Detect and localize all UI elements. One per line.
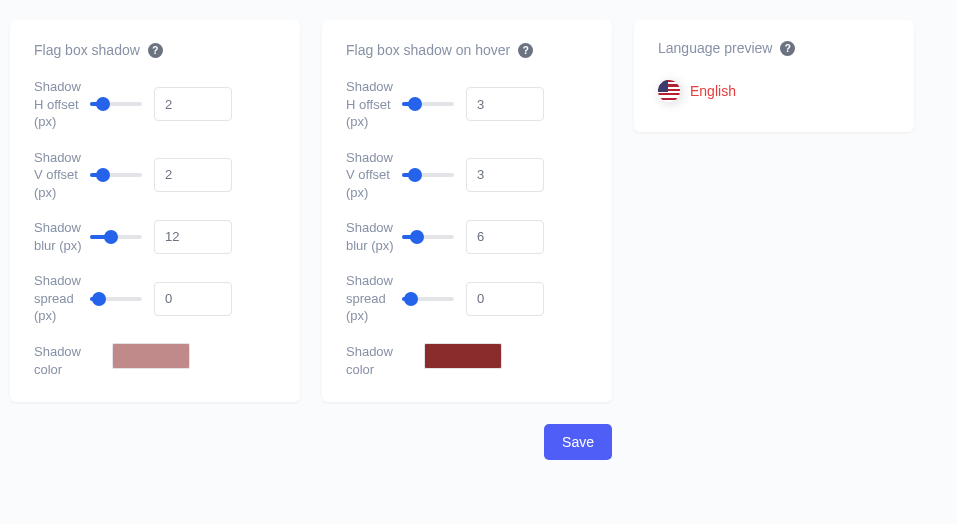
color-swatch[interactable] bbox=[424, 343, 502, 369]
h-offset-slider[interactable] bbox=[402, 101, 454, 107]
blur-input[interactable] bbox=[154, 220, 232, 254]
card-title: Flag box shadow on hover ? bbox=[346, 42, 588, 58]
color-row: Shadow color bbox=[346, 343, 588, 378]
spread-label: Shadow spread (px) bbox=[34, 272, 82, 325]
spread-row: Shadow spread (px) bbox=[34, 272, 276, 325]
v-offset-slider-wrap bbox=[90, 172, 146, 178]
blur-slider-wrap bbox=[402, 234, 458, 240]
blur-row: Shadow blur (px) bbox=[346, 219, 588, 254]
us-flag-icon bbox=[658, 80, 680, 102]
spread-slider-wrap bbox=[90, 296, 146, 302]
v-offset-row: Shadow V offset (px) bbox=[34, 149, 276, 202]
card-title: Flag box shadow ? bbox=[34, 42, 276, 58]
blur-slider-wrap bbox=[90, 234, 146, 240]
h-offset-input[interactable] bbox=[154, 87, 232, 121]
v-offset-input[interactable] bbox=[466, 158, 544, 192]
spread-input[interactable] bbox=[466, 282, 544, 316]
v-offset-row: Shadow V offset (px) bbox=[346, 149, 588, 202]
v-offset-input[interactable] bbox=[154, 158, 232, 192]
help-icon[interactable]: ? bbox=[148, 43, 163, 58]
spread-slider[interactable] bbox=[90, 296, 142, 302]
h-offset-row: Shadow H offset (px) bbox=[34, 78, 276, 131]
save-row: Save bbox=[10, 424, 612, 460]
v-offset-slider[interactable] bbox=[90, 172, 142, 178]
blur-label: Shadow blur (px) bbox=[34, 219, 82, 254]
h-offset-input[interactable] bbox=[466, 87, 544, 121]
preview-flag-row: English bbox=[658, 80, 890, 102]
blur-row: Shadow blur (px) bbox=[34, 219, 276, 254]
flag-shadow-hover-card: Flag box shadow on hover ? Shadow H offs… bbox=[322, 20, 612, 402]
color-label: Shadow color bbox=[34, 343, 82, 378]
help-icon[interactable]: ? bbox=[780, 41, 795, 56]
h-offset-label: Shadow H offset (px) bbox=[34, 78, 82, 131]
spread-slider-wrap bbox=[402, 296, 458, 302]
card-title-text: Language preview bbox=[658, 40, 772, 56]
blur-slider[interactable] bbox=[90, 234, 142, 240]
v-offset-label: Shadow V offset (px) bbox=[346, 149, 394, 202]
preview-language-label: English bbox=[690, 83, 736, 99]
language-preview-card: Language preview ? English bbox=[634, 20, 914, 132]
card-title: Language preview ? bbox=[658, 40, 890, 56]
blur-label: Shadow blur (px) bbox=[346, 219, 394, 254]
blur-slider[interactable] bbox=[402, 234, 454, 240]
flag-shadow-card: Flag box shadow ? Shadow H offset (px) S… bbox=[10, 20, 300, 402]
h-offset-label: Shadow H offset (px) bbox=[346, 78, 394, 131]
color-swatch[interactable] bbox=[112, 343, 190, 369]
h-offset-slider-wrap bbox=[402, 101, 458, 107]
card-title-text: Flag box shadow bbox=[34, 42, 140, 58]
v-offset-slider[interactable] bbox=[402, 172, 454, 178]
v-offset-slider-wrap bbox=[402, 172, 458, 178]
spread-input[interactable] bbox=[154, 282, 232, 316]
v-offset-label: Shadow V offset (px) bbox=[34, 149, 82, 202]
h-offset-slider-wrap bbox=[90, 101, 146, 107]
h-offset-row: Shadow H offset (px) bbox=[346, 78, 588, 131]
color-label: Shadow color bbox=[346, 343, 394, 378]
spread-label: Shadow spread (px) bbox=[346, 272, 394, 325]
save-button[interactable]: Save bbox=[544, 424, 612, 460]
blur-input[interactable] bbox=[466, 220, 544, 254]
card-title-text: Flag box shadow on hover bbox=[346, 42, 510, 58]
spread-row: Shadow spread (px) bbox=[346, 272, 588, 325]
help-icon[interactable]: ? bbox=[518, 43, 533, 58]
color-row: Shadow color bbox=[34, 343, 276, 378]
spread-slider[interactable] bbox=[402, 296, 454, 302]
h-offset-slider[interactable] bbox=[90, 101, 142, 107]
